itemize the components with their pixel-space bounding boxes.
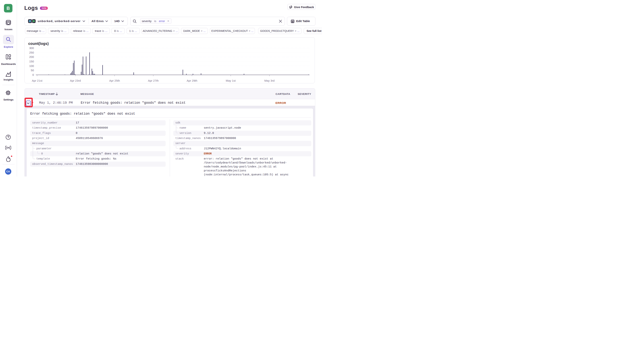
svg-text:150: 150 — [29, 60, 34, 63]
svg-text:300: 300 — [29, 46, 34, 49]
svg-text:May 3rd: May 3rd — [264, 79, 274, 82]
svg-text:May 1st: May 1st — [226, 79, 236, 82]
svg-text:50: 50 — [31, 69, 34, 72]
svg-text:Apr 27th: Apr 27th — [148, 79, 159, 82]
svg-text:200: 200 — [29, 55, 34, 59]
svg-text:250: 250 — [29, 51, 34, 54]
svg-text:Apr 21st: Apr 21st — [32, 79, 42, 82]
svg-text:Apr 25th: Apr 25th — [109, 79, 120, 82]
svg-text:Apr 29th: Apr 29th — [187, 79, 198, 82]
svg-text:Apr 23rd: Apr 23rd — [70, 79, 81, 82]
svg-text:100: 100 — [29, 64, 34, 67]
svg-text:0: 0 — [32, 73, 34, 76]
